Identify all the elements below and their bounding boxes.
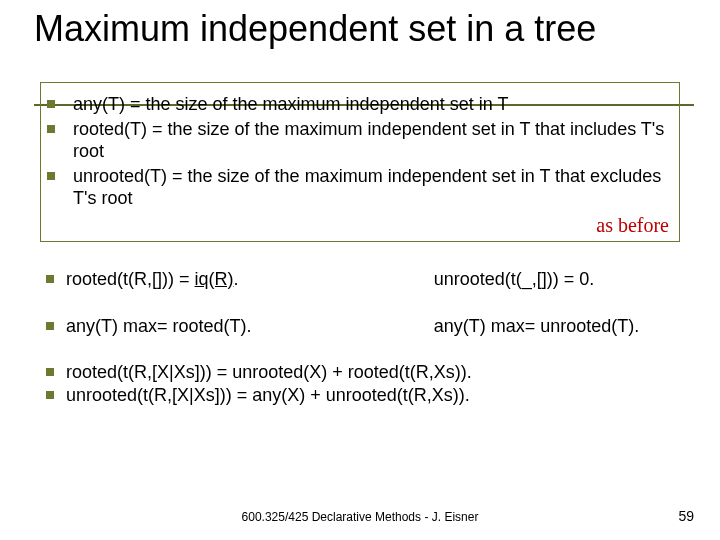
list-item: any(T) = the size of the maximum indepen… bbox=[47, 93, 671, 116]
slide: Maximum independent set in a tree any(T)… bbox=[0, 0, 720, 540]
rule-tail-2: unrooted(t(R,[X|Xs])) = any(X) + unroote… bbox=[66, 385, 470, 405]
rule-right: any(T) max= unrooted(T). bbox=[434, 315, 680, 338]
slide-title: Maximum independent set in a tree bbox=[34, 10, 690, 48]
rule-left: rooted(t(R,[])) = iq(R). bbox=[66, 268, 404, 291]
def-any: any(T) = the size of the maximum indepen… bbox=[73, 94, 508, 114]
rule-tail-1: rooted(t(R,[X|Xs])) = unrooted(X) + root… bbox=[66, 362, 472, 382]
rule-left: any(T) max= rooted(T). bbox=[66, 315, 404, 338]
as-before-note: as before bbox=[596, 214, 669, 237]
definitions-list: any(T) = the size of the maximum indepen… bbox=[47, 93, 671, 210]
rule-left-suffix: . bbox=[234, 269, 239, 289]
rules-list: rooted(t(R,[])) = iq(R). unrooted(t(_,[]… bbox=[40, 268, 680, 406]
page-number: 59 bbox=[678, 508, 694, 524]
footer-text: 600.325/425 Declarative Methods - J. Eis… bbox=[0, 510, 720, 524]
list-item: unrooted(t(R,[X|Xs])) = any(X) + unroote… bbox=[40, 384, 680, 407]
list-item: any(T) max= rooted(T). any(T) max= unroo… bbox=[40, 315, 680, 338]
rule-right: unrooted(t(_,[])) = 0. bbox=[434, 268, 680, 291]
list-item: rooted(t(R,[X|Xs])) = unrooted(X) + root… bbox=[40, 361, 680, 384]
def-rooted: rooted(T) = the size of the maximum inde… bbox=[73, 119, 664, 162]
def-unrooted: unrooted(T) = the size of the maximum in… bbox=[73, 166, 661, 209]
rule-row: any(T) max= rooted(T). any(T) max= unroo… bbox=[66, 315, 680, 338]
rule-left-prefix: rooted(t(R,[])) = bbox=[66, 269, 195, 289]
list-item: unrooted(T) = the size of the maximum in… bbox=[47, 165, 671, 210]
rule-row: rooted(t(R,[])) = iq(R). unrooted(t(_,[]… bbox=[66, 268, 680, 291]
list-item: rooted(t(R,[])) = iq(R). unrooted(t(_,[]… bbox=[40, 268, 680, 291]
list-item: rooted(T) = the size of the maximum inde… bbox=[47, 118, 671, 163]
rules-block: rooted(t(R,[])) = iq(R). unrooted(t(_,[]… bbox=[40, 268, 680, 406]
rule-left-iq: iq(R) bbox=[195, 269, 234, 289]
definitions-box: any(T) = the size of the maximum indepen… bbox=[40, 82, 680, 242]
